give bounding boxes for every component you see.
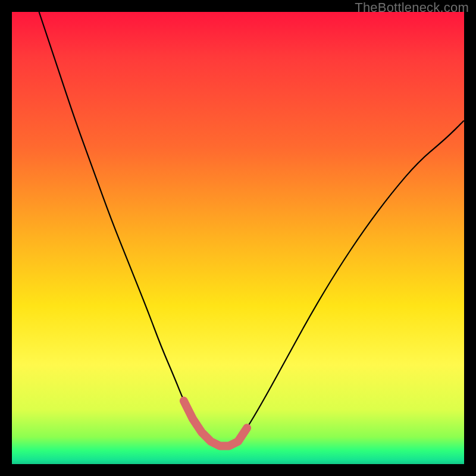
curve-svg (12, 12, 464, 464)
bottleneck-curve (39, 12, 464, 446)
optimal-highlight (184, 401, 247, 446)
chart-frame: TheBottleneck.com (0, 0, 476, 476)
plot-area (12, 12, 464, 464)
